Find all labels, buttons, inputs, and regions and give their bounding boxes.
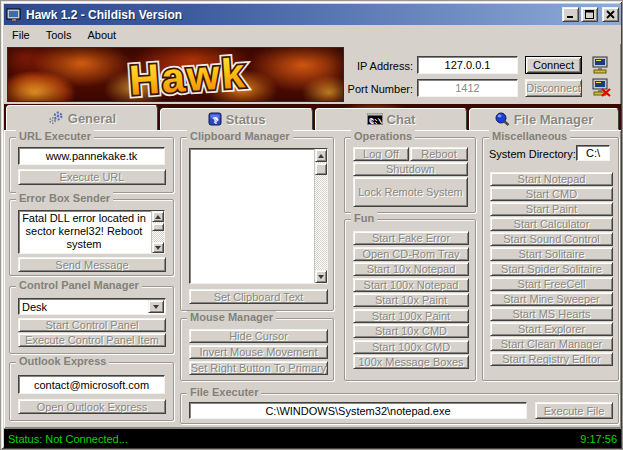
close-button[interactable] bbox=[602, 7, 619, 22]
tab-status[interactable]: ? Status bbox=[160, 108, 313, 130]
miscellaneous-button[interactable]: Start Paint bbox=[490, 202, 613, 216]
disconnect-button[interactable]: Disconnect bbox=[525, 79, 582, 97]
error-box-sender-group: Error Box Sender Fatal DLL error located… bbox=[9, 199, 174, 276]
system-directory-label: System Directory: bbox=[489, 148, 576, 160]
fun-button[interactable]: Open CD-Rom Tray bbox=[353, 247, 469, 261]
mouse-manager-button[interactable]: Invert Mouse Movement bbox=[189, 345, 328, 359]
connect-button[interactable]: Connect bbox=[525, 56, 582, 74]
set-clipboard-text-button[interactable]: Set Clipboard Text bbox=[189, 289, 328, 304]
miscellaneous-button[interactable]: Start Mine Sweeper bbox=[490, 292, 613, 306]
ip-address-input[interactable] bbox=[417, 56, 518, 74]
fun-button[interactable]: 100x Message Boxes bbox=[353, 355, 469, 369]
mouse-manager-group: Mouse Manager Hide CursorInvert Mouse Mo… bbox=[180, 318, 334, 381]
menu-item[interactable]: Tools bbox=[38, 27, 80, 43]
file-search-icon bbox=[495, 112, 510, 126]
clipboard-text-box[interactable] bbox=[189, 148, 328, 284]
clipboard-text bbox=[191, 149, 311, 283]
menu-item[interactable]: File bbox=[4, 27, 38, 43]
fun-button[interactable]: Start 10x CMD bbox=[353, 324, 469, 338]
status-shield-icon: ? bbox=[208, 112, 222, 126]
fun-button[interactable]: Start 10x Notepad bbox=[353, 262, 469, 276]
tab-chat-label: Chat bbox=[387, 112, 416, 127]
execute-url-button[interactable]: Execute URL bbox=[18, 169, 166, 185]
error-message-box[interactable]: Fatal DLL error located in sector kernel… bbox=[18, 210, 165, 254]
shutdown-button[interactable]: Shutdown bbox=[353, 162, 468, 176]
miscellaneous-button[interactable]: Start CMD bbox=[490, 187, 613, 201]
send-message-button[interactable]: Send Message bbox=[18, 257, 166, 272]
tab-general-label: General bbox=[68, 111, 116, 126]
miscellaneous-button[interactable]: Start Notepad bbox=[490, 172, 613, 186]
clock: 9:17:56 bbox=[580, 433, 617, 445]
tab-file-manager-label: File Manager bbox=[514, 112, 593, 127]
outlook-express-title: Outlook Express bbox=[16, 355, 109, 367]
file-executer-title: File Executer bbox=[187, 386, 261, 398]
miscellaneous-button[interactable]: Start Solitaire bbox=[490, 247, 613, 261]
url-input[interactable] bbox=[18, 147, 165, 165]
minimize-button[interactable] bbox=[562, 7, 579, 22]
scroll-down-button[interactable] bbox=[315, 270, 327, 283]
clipboard-scrollbar[interactable] bbox=[314, 149, 327, 283]
open-outlook-express-button[interactable]: Open Outlook Express bbox=[18, 399, 166, 414]
app-icon bbox=[6, 7, 22, 23]
gears-icon bbox=[48, 111, 64, 125]
reboot-button[interactable]: Reboot bbox=[410, 147, 468, 161]
close-icon bbox=[606, 10, 615, 19]
fun-buttons: Start Fake ErrorOpen CD-Rom TrayStart 10… bbox=[353, 231, 469, 369]
tab-chat[interactable]: C:\ Chat bbox=[315, 108, 467, 130]
email-input[interactable] bbox=[18, 375, 165, 394]
dropdown-arrow-button[interactable] bbox=[148, 300, 164, 313]
fun-button[interactable]: Start Fake Error bbox=[353, 231, 469, 245]
scrollbar-thumb[interactable] bbox=[152, 223, 164, 231]
file-executer-group: File Executer Execute File bbox=[180, 393, 619, 424]
ip-address-label: IP Address: bbox=[349, 60, 413, 72]
error-box-scrollbar[interactable] bbox=[151, 211, 164, 253]
control-panel-dropdown[interactable]: Desk bbox=[18, 298, 166, 315]
file-path-input[interactable] bbox=[189, 402, 527, 419]
lock-remote-system-button[interactable]: Lock Remote System bbox=[353, 177, 468, 207]
miscellaneous-button[interactable]: Start MS Hearts bbox=[490, 307, 613, 321]
clipboard-manager-title: Clipboard Manager bbox=[187, 130, 293, 142]
tab-strip: General ? Status C:\ Chat bbox=[4, 104, 621, 130]
miscellaneous-title: Miscellaneous bbox=[489, 130, 570, 142]
operations-group: Operations Log Off Reboot Shutdown Lock … bbox=[344, 137, 476, 213]
maximize-button[interactable] bbox=[581, 7, 598, 22]
miscellaneous-button[interactable]: Start Spider Solitaire bbox=[490, 262, 613, 276]
disconnect-host-icon bbox=[591, 78, 613, 97]
fun-group: Fun Start Fake ErrorOpen CD-Rom TrayStar… bbox=[344, 219, 476, 381]
fun-button[interactable]: Start 100x CMD bbox=[353, 340, 469, 354]
tab-general[interactable]: General bbox=[6, 105, 158, 130]
start-control-panel-button[interactable]: Start Control Panel bbox=[18, 318, 166, 332]
miscellaneous-button[interactable]: Start Calculator bbox=[490, 217, 613, 231]
execute-file-button[interactable]: Execute File bbox=[535, 402, 613, 419]
miscellaneous-button[interactable]: Start Explorer bbox=[490, 322, 613, 336]
mouse-manager-button[interactable]: Hide Cursor bbox=[189, 329, 328, 343]
window-title: Hawk 1.2 - Childish Version bbox=[26, 8, 560, 22]
fun-button[interactable]: Start 100x Paint bbox=[353, 309, 469, 323]
miscellaneous-button[interactable]: Start Sound Control bbox=[490, 232, 613, 246]
svg-text:C:\: C:\ bbox=[369, 117, 382, 125]
miscellaneous-button[interactable]: Start Clean Manager bbox=[490, 337, 613, 351]
connect-host-icon bbox=[591, 56, 613, 74]
mouse-manager-button[interactable]: Set Right Button To Primary bbox=[189, 361, 328, 375]
svg-text:?: ? bbox=[212, 115, 218, 125]
miscellaneous-button[interactable]: Start Registry Editor bbox=[490, 352, 613, 366]
chevron-down-icon bbox=[153, 305, 159, 309]
minimize-icon bbox=[566, 10, 575, 19]
scroll-up-button[interactable] bbox=[152, 211, 164, 222]
miscellaneous-group: Miscellaneous System Directory: Start No… bbox=[482, 137, 619, 381]
log-off-button[interactable]: Log Off bbox=[353, 147, 409, 161]
tab-file-manager[interactable]: File Manager bbox=[469, 108, 619, 130]
menu-item[interactable]: About bbox=[79, 27, 124, 43]
scrollbar-thumb[interactable] bbox=[315, 163, 327, 175]
status-bar: Status: Not Connected... 9:17:56 bbox=[4, 428, 621, 448]
port-number-input[interactable] bbox=[417, 79, 518, 97]
fun-button[interactable]: Start 100x Notepad bbox=[353, 278, 469, 292]
fun-button[interactable]: Start 10x Paint bbox=[353, 293, 469, 307]
scroll-down-button[interactable] bbox=[152, 242, 164, 253]
system-directory-input[interactable] bbox=[576, 145, 610, 161]
url-executer-title: URL Executer bbox=[16, 130, 94, 142]
miscellaneous-button[interactable]: Start FreeCell bbox=[490, 277, 613, 291]
scroll-up-button[interactable] bbox=[315, 149, 327, 162]
execute-control-panel-item-button[interactable]: Execute Control Panel Item bbox=[18, 333, 166, 347]
control-panel-manager-group: Control Panel Manager Desk Start Control… bbox=[9, 286, 174, 354]
